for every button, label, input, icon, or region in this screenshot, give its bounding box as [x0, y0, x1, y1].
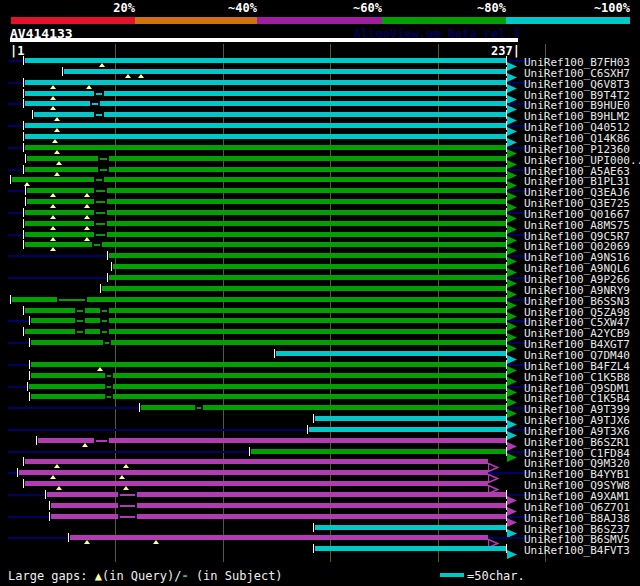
- scale-segment: [135, 17, 257, 24]
- hit-bar[interactable]: [113, 384, 507, 389]
- subject-gap-line[interactable]: [197, 407, 201, 409]
- hit-bar[interactable]: [31, 318, 74, 323]
- hit-bar[interactable]: [109, 156, 507, 161]
- hit-bar[interactable]: [47, 492, 118, 497]
- hit-bar[interactable]: [141, 405, 195, 410]
- subject-gap-line[interactable]: [96, 440, 107, 442]
- subject-gap-line[interactable]: [96, 179, 102, 181]
- hit-bar[interactable]: [102, 242, 507, 247]
- hit-bar[interactable]: [31, 340, 102, 345]
- hit-bar[interactable]: [85, 318, 100, 323]
- subject-gap-line[interactable]: [96, 93, 102, 95]
- hit-bar[interactable]: [137, 503, 507, 508]
- hit-bar[interactable]: [27, 156, 98, 161]
- hit-bar[interactable]: [25, 167, 98, 172]
- hit-bar[interactable]: [107, 232, 507, 237]
- hit-bar[interactable]: [104, 177, 507, 182]
- hit-bar[interactable]: [25, 242, 92, 247]
- hit-bar[interactable]: [137, 492, 507, 497]
- hit-bar[interactable]: [107, 210, 507, 215]
- hit-bar[interactable]: [19, 470, 488, 475]
- hit-bar[interactable]: [109, 167, 507, 172]
- hit-bar[interactable]: [51, 514, 118, 519]
- hit-bar[interactable]: [113, 394, 507, 399]
- hit-bar[interactable]: [85, 308, 100, 313]
- hit-bar[interactable]: [70, 535, 488, 540]
- subject-gap-line[interactable]: [107, 375, 111, 377]
- subject-gap-line[interactable]: [102, 310, 106, 312]
- hit-bar[interactable]: [25, 145, 507, 150]
- hit-bar[interactable]: [315, 546, 507, 551]
- hit-bar[interactable]: [109, 329, 507, 334]
- subject-gap-line[interactable]: [96, 114, 102, 116]
- hit-bar[interactable]: [104, 91, 507, 96]
- hit-bar[interactable]: [113, 373, 507, 378]
- hit-bar[interactable]: [109, 275, 507, 280]
- subject-gap-line[interactable]: [120, 516, 135, 518]
- hit-bar[interactable]: [107, 221, 507, 226]
- start-tick: [313, 544, 314, 553]
- hit-bar[interactable]: [315, 525, 507, 530]
- subject-gap-line[interactable]: [96, 190, 105, 192]
- hit-bar[interactable]: [137, 514, 507, 519]
- subject-gap-line[interactable]: [96, 234, 105, 236]
- hit-bar[interactable]: [87, 297, 507, 302]
- start-tick: [23, 99, 24, 108]
- subject-gap-line[interactable]: [102, 331, 106, 333]
- subject-gap-line[interactable]: [96, 223, 105, 225]
- hit-bar[interactable]: [25, 481, 488, 486]
- hit-bar[interactable]: [25, 58, 507, 63]
- subject-gap-line[interactable]: [100, 169, 106, 171]
- hit-bar[interactable]: [51, 503, 118, 508]
- subject-gap-line[interactable]: [102, 320, 106, 322]
- hit-bar[interactable]: [109, 253, 507, 258]
- hit-bar[interactable]: [25, 459, 488, 464]
- hit-bar[interactable]: [107, 199, 507, 204]
- hit-bar[interactable]: [315, 416, 507, 421]
- subject-gap-line[interactable]: [120, 505, 135, 507]
- start-tick: [23, 230, 24, 239]
- subject-gap-line[interactable]: [107, 396, 111, 398]
- subject-gap-line[interactable]: [96, 212, 105, 214]
- hit-bar[interactable]: [34, 112, 94, 117]
- hit-bar[interactable]: [25, 123, 507, 128]
- subject-gap-line[interactable]: [94, 244, 100, 246]
- row-label[interactable]: UniRef100_B4FVT3: [524, 544, 630, 557]
- hit-bar[interactable]: [25, 134, 507, 139]
- hit-bar[interactable]: [107, 188, 507, 193]
- alignment-row: UniRef100_Q9C5R7: [0, 230, 640, 241]
- hit-bar[interactable]: [111, 340, 507, 345]
- subject-gap-line[interactable]: [96, 201, 105, 203]
- subject-gap-line[interactable]: [92, 103, 98, 105]
- subject-gap-line[interactable]: [107, 386, 111, 388]
- subject-gap-line[interactable]: [100, 158, 106, 160]
- hit-bar[interactable]: [25, 80, 507, 85]
- hit-bar[interactable]: [25, 308, 75, 313]
- subject-gap-line[interactable]: [77, 310, 83, 312]
- hit-bar[interactable]: [109, 438, 507, 443]
- hit-bar[interactable]: [203, 405, 507, 410]
- hit-bar[interactable]: [309, 427, 507, 432]
- hit-bar[interactable]: [31, 373, 104, 378]
- hit-bar[interactable]: [31, 394, 104, 399]
- hit-bar[interactable]: [109, 318, 507, 323]
- hit-bar[interactable]: [29, 384, 104, 389]
- hit-bar[interactable]: [100, 101, 507, 106]
- hit-bar[interactable]: [276, 351, 507, 356]
- hit-bar[interactable]: [251, 449, 507, 454]
- subject-gap-line[interactable]: [120, 494, 135, 496]
- hit-bar[interactable]: [25, 91, 94, 96]
- subject-gap-line[interactable]: [77, 320, 83, 322]
- subject-gap-line[interactable]: [77, 331, 83, 333]
- subject-gap-line[interactable]: [105, 342, 109, 344]
- hit-bar[interactable]: [113, 264, 507, 269]
- hit-bar[interactable]: [102, 286, 507, 291]
- hit-bar[interactable]: [25, 329, 75, 334]
- hit-bar[interactable]: [104, 112, 507, 117]
- hit-bar[interactable]: [109, 308, 507, 313]
- hit-bar[interactable]: [12, 297, 57, 302]
- start-tick: [274, 349, 275, 358]
- hit-bar[interactable]: [85, 329, 100, 334]
- hit-bar[interactable]: [25, 101, 90, 106]
- subject-gap-line[interactable]: [59, 299, 85, 301]
